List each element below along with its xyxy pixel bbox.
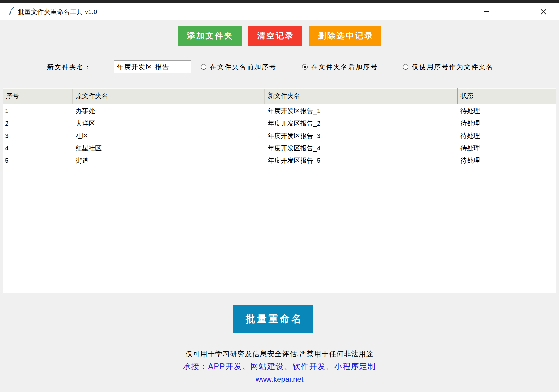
cell-index: 5 — [3, 157, 73, 164]
clear-records-button[interactable]: 清空记录 — [248, 26, 302, 46]
cell-index: 4 — [3, 144, 73, 152]
column-header-new-name[interactable]: 新文件夹名 — [265, 88, 458, 104]
table-row[interactable]: 4 红星社区 年度开发区报告_4 待处理 — [3, 142, 556, 154]
table-row[interactable]: 2 大洋区 年度开发区报告_2 待处理 — [3, 117, 556, 130]
cell-status: 待处理 — [458, 107, 556, 115]
minimize-icon — [484, 11, 489, 12]
cell-status: 待处理 — [458, 156, 556, 165]
cell-index: 2 — [3, 120, 73, 127]
new-folder-name-input[interactable] — [114, 60, 191, 73]
cell-original-name: 办事处 — [73, 107, 265, 115]
table-row[interactable]: 1 办事处 年度开发区报告_1 待处理 — [3, 105, 556, 117]
new-folder-name-label: 新文件夹名： — [47, 63, 92, 72]
cell-index: 1 — [3, 107, 73, 115]
cell-index: 3 — [3, 132, 73, 139]
cell-status: 待处理 — [458, 131, 556, 140]
column-header-status[interactable]: 状态 — [458, 88, 556, 104]
radio-icon — [403, 64, 408, 70]
desktop-background-strip — [0, 0, 559, 3]
radio-label: 在文件夹名前加序号 — [210, 63, 277, 71]
radio-label: 在文件夹名后加序号 — [311, 63, 378, 71]
website-link[interactable]: www.kepai.net — [0, 375, 559, 384]
radio-option-prefix-number[interactable]: 在文件夹名前加序号 — [201, 63, 277, 71]
maximize-icon — [513, 10, 517, 14]
cell-new-name: 年度开发区报告_2 — [265, 119, 458, 128]
folder-table: 序号 原文件夹名 新文件夹名 状态 1 办事处 年度开发区报告_1 待处理 2 … — [3, 88, 556, 293]
cell-new-name: 年度开发区报告_1 — [265, 107, 458, 115]
maximize-button[interactable] — [504, 3, 526, 20]
cell-new-name: 年度开发区报告_5 — [265, 156, 458, 165]
cell-status: 待处理 — [458, 119, 556, 128]
close-button[interactable] — [532, 3, 555, 20]
radio-option-number-only[interactable]: 仅使用序号作为文件夹名 — [403, 63, 494, 71]
radio-icon — [302, 64, 308, 70]
add-folder-button[interactable]: 添加文件夹 — [178, 26, 242, 46]
radio-label: 仅使用序号作为文件夹名 — [412, 63, 494, 71]
table-header-row: 序号 原文件夹名 新文件夹名 状态 — [3, 88, 556, 104]
radio-option-suffix-number[interactable]: 在文件夹名后加序号 — [302, 63, 378, 71]
minimize-button[interactable] — [475, 3, 498, 20]
delete-selected-button[interactable]: 删除选中记录 — [309, 26, 381, 46]
python-feather-icon — [7, 7, 15, 16]
cell-original-name: 街道 — [73, 156, 265, 165]
cell-status: 待处理 — [458, 144, 556, 152]
cell-original-name: 大洋区 — [73, 119, 265, 128]
batch-rename-button[interactable]: 批量重命名 — [233, 305, 313, 333]
table-body: 1 办事处 年度开发区报告_1 待处理 2 大洋区 年度开发区报告_2 待处理 … — [3, 104, 556, 167]
services-text: 承接：APP开发、网站建设、软件开发、小程序定制 — [0, 361, 559, 372]
close-icon — [540, 8, 547, 15]
column-header-original-name[interactable]: 原文件夹名 — [73, 88, 265, 104]
disclaimer-text: 仅可用于学习研究及信息安全评估,严禁用于任何非法用途 — [0, 349, 559, 359]
window-title: 批量文件夹重命名工具 v1.0 — [18, 7, 97, 16]
table-row[interactable]: 3 社区 年度开发区报告_3 待处理 — [3, 130, 556, 142]
cell-new-name: 年度开发区报告_4 — [265, 144, 458, 152]
cell-original-name: 红星社区 — [73, 144, 265, 152]
radio-icon — [201, 64, 206, 70]
column-header-index[interactable]: 序号 — [3, 88, 73, 104]
cell-original-name: 社区 — [73, 131, 265, 140]
cell-new-name: 年度开发区报告_3 — [265, 131, 458, 140]
table-row[interactable]: 5 街道 年度开发区报告_5 待处理 — [3, 154, 556, 167]
